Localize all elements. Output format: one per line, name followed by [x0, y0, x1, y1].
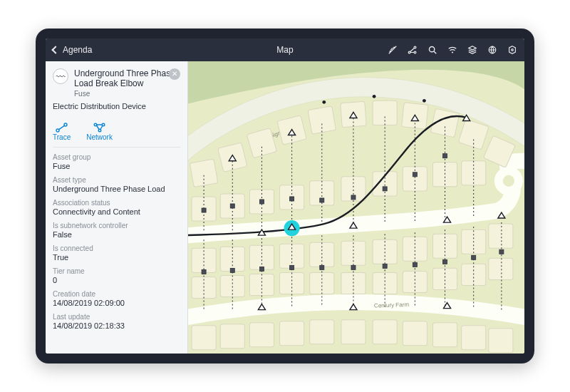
field-creation-date: Creation date 14/08/2019 02:09:00 — [53, 290, 180, 307]
field-value: Connectivity and Content — [53, 207, 180, 216]
svg-rect-60 — [249, 323, 274, 347]
svg-point-3 — [429, 46, 434, 51]
field-value: Fuse — [53, 162, 180, 170]
svg-rect-85 — [413, 262, 417, 267]
svg-rect-87 — [472, 255, 476, 259]
svg-rect-83 — [351, 265, 356, 269]
detail-panel: Underground Three Phase Load Break Elbow… — [46, 61, 188, 354]
close-icon: ✕ — [172, 71, 177, 78]
svg-rect-84 — [383, 264, 387, 268]
asset-title: Underground Three Phase Load Break Elbow — [74, 68, 180, 89]
device-frame: Agenda Map — [36, 29, 534, 363]
svg-rect-68 — [489, 329, 513, 353]
layers-icon[interactable] — [467, 45, 477, 55]
svg-point-11 — [98, 129, 101, 132]
svg-rect-55 — [432, 268, 457, 289]
trace-label: Trace — [53, 133, 71, 141]
svg-point-14 — [503, 175, 514, 187]
svg-rect-70 — [230, 204, 234, 208]
field-is-connected: Is connected True — [53, 244, 180, 262]
svg-point-90 — [373, 95, 376, 98]
map-canvas[interactable]: Sigmund Rd Century Farm — [188, 61, 524, 354]
field-label: Last update — [53, 313, 180, 321]
chevron-left-icon — [51, 46, 59, 53]
svg-rect-46 — [489, 224, 513, 248]
svg-point-0 — [408, 51, 410, 53]
svg-rect-57 — [489, 258, 513, 279]
panel-header: Underground Three Phase Load Break Elbow… — [53, 68, 180, 98]
selected-asset-marker — [284, 220, 300, 236]
svg-rect-58 — [192, 326, 216, 350]
svg-rect-65 — [403, 321, 427, 346]
svg-rect-80 — [259, 267, 264, 271]
field-label: Creation date — [53, 290, 180, 298]
svg-rect-67 — [462, 326, 486, 350]
field-label: Is connected — [53, 244, 180, 252]
field-value: 0 — [53, 276, 180, 284]
network-label: Network — [86, 133, 113, 141]
svg-point-4 — [452, 51, 453, 53]
field-association-status: Association status Connectivity and Cont… — [53, 199, 180, 216]
svg-point-7 — [56, 129, 59, 132]
svg-rect-74 — [351, 195, 356, 200]
road-label-century: Century Farm — [374, 301, 410, 309]
locate-icon[interactable] — [507, 45, 517, 55]
svg-rect-77 — [443, 154, 447, 158]
svg-rect-86 — [443, 259, 447, 264]
field-asset-group: Asset group Fuse — [53, 153, 180, 170]
field-value: 14/08/2019 02:09:00 — [53, 299, 180, 307]
svg-rect-63 — [341, 320, 366, 344]
measure-icon[interactable] — [388, 45, 398, 55]
field-value: True — [53, 253, 180, 262]
svg-rect-54 — [403, 271, 427, 292]
svg-rect-88 — [499, 249, 504, 254]
svg-rect-62 — [310, 320, 334, 344]
topbar: Agenda Map — [46, 38, 524, 61]
trace-button[interactable]: Trace — [53, 122, 71, 141]
svg-rect-69 — [202, 208, 206, 212]
svg-rect-59 — [220, 324, 244, 349]
svg-rect-82 — [320, 265, 324, 269]
svg-point-2 — [414, 51, 416, 53]
network-action-icon — [93, 122, 106, 133]
field-value: False — [53, 230, 180, 239]
svg-rect-53 — [373, 272, 397, 294]
page-title: Map — [276, 45, 293, 55]
network-icon[interactable] — [408, 45, 418, 55]
svg-rect-76 — [413, 172, 417, 177]
svg-point-8 — [64, 123, 67, 126]
globe-icon[interactable] — [487, 45, 497, 55]
svg-rect-66 — [432, 323, 457, 347]
field-label: Tier name — [53, 267, 180, 275]
field-asset-type: Asset type Underground Three Phase Load — [53, 176, 180, 193]
toolbar — [388, 45, 517, 55]
screen: Agenda Map — [46, 38, 524, 354]
svg-rect-78 — [202, 269, 206, 274]
field-label: Is subnetwork controller — [53, 222, 180, 229]
field-value: Underground Three Phase Load — [53, 185, 180, 193]
svg-rect-73 — [320, 198, 324, 202]
close-panel-button[interactable]: ✕ — [169, 68, 180, 80]
asset-type-icon — [53, 68, 68, 84]
svg-point-6 — [512, 49, 514, 51]
field-label: Association status — [53, 199, 180, 207]
field-last-update: Last update 14/08/2019 02:18:33 — [53, 313, 180, 330]
network-button[interactable]: Network — [86, 122, 113, 141]
svg-rect-81 — [290, 265, 294, 269]
back-label: Agenda — [63, 45, 92, 55]
field-label: Asset type — [53, 176, 180, 184]
field-tier-name: Tier name 0 — [53, 267, 180, 284]
back-button[interactable]: Agenda — [53, 45, 92, 55]
asset-subtitle: Fuse — [74, 90, 180, 98]
trace-icon — [56, 122, 68, 133]
asset-category: Electric Distribution Device — [53, 102, 180, 110]
svg-rect-71 — [259, 200, 264, 204]
field-label: Asset group — [53, 153, 180, 161]
search-icon[interactable] — [428, 45, 437, 55]
panel-actions: Trace Network — [53, 118, 180, 148]
wifi-icon[interactable] — [447, 45, 457, 55]
svg-rect-61 — [280, 321, 304, 346]
svg-rect-75 — [383, 187, 387, 191]
svg-rect-72 — [290, 197, 294, 201]
svg-point-1 — [414, 46, 416, 48]
